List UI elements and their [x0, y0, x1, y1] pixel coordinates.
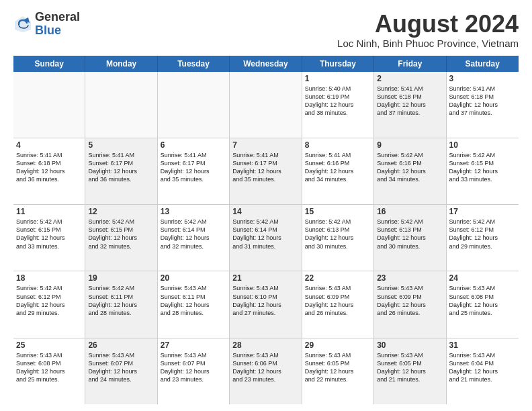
- day-cell-1-6: 10Sunrise: 5:42 AM Sunset: 6:15 PM Dayli…: [447, 138, 519, 204]
- logo-text: General Blue: [35, 11, 80, 38]
- day-info: Sunrise: 5:43 AM Sunset: 6:07 PM Dayligh…: [161, 351, 226, 384]
- svg-marker-0: [15, 16, 31, 32]
- day-cell-3-2: 20Sunrise: 5:43 AM Sunset: 6:11 PM Dayli…: [158, 271, 230, 337]
- day-cell-1-0: 4Sunrise: 5:41 AM Sunset: 6:18 PM Daylig…: [13, 138, 85, 204]
- day-number: 14: [232, 207, 298, 216]
- day-number: 18: [16, 273, 82, 283]
- day-info: Sunrise: 5:41 AM Sunset: 6:18 PM Dayligh…: [377, 85, 443, 118]
- location-text: Loc Ninh, Binh Phuoc Province, Vietnam: [337, 38, 519, 49]
- day-info: Sunrise: 5:43 AM Sunset: 6:07 PM Dayligh…: [88, 351, 154, 384]
- day-info: Sunrise: 5:42 AM Sunset: 6:15 PM Dayligh…: [16, 218, 82, 250]
- day-cell-1-4: 8Sunrise: 5:41 AM Sunset: 6:16 PM Daylig…: [302, 138, 374, 204]
- day-number: 1: [305, 74, 371, 83]
- day-number: 9: [377, 140, 443, 150]
- week-row-1: 1Sunrise: 5:40 AM Sunset: 6:19 PM Daylig…: [13, 72, 519, 138]
- day-info: Sunrise: 5:40 AM Sunset: 6:19 PM Dayligh…: [305, 85, 371, 118]
- header-saturday: Saturday: [447, 56, 519, 72]
- day-number: 17: [449, 207, 516, 216]
- day-cell-2-2: 13Sunrise: 5:42 AM Sunset: 6:14 PM Dayli…: [158, 205, 230, 271]
- day-number: 16: [377, 207, 443, 216]
- day-number: 11: [16, 207, 82, 216]
- day-info: Sunrise: 5:42 AM Sunset: 6:12 PM Dayligh…: [16, 284, 82, 317]
- day-info: Sunrise: 5:41 AM Sunset: 6:16 PM Dayligh…: [305, 151, 371, 184]
- day-cell-2-5: 16Sunrise: 5:42 AM Sunset: 6:13 PM Dayli…: [374, 205, 446, 271]
- month-year-title: August 2024: [337, 11, 519, 38]
- header-monday: Monday: [85, 56, 157, 72]
- day-info: Sunrise: 5:43 AM Sunset: 6:05 PM Dayligh…: [305, 351, 371, 384]
- day-info: Sunrise: 5:42 AM Sunset: 6:14 PM Dayligh…: [161, 218, 226, 250]
- week-row-4: 18Sunrise: 5:42 AM Sunset: 6:12 PM Dayli…: [13, 271, 519, 338]
- day-number: 31: [449, 340, 516, 350]
- day-number: 19: [88, 273, 154, 283]
- day-number: 28: [232, 340, 298, 350]
- title-block: August 2024 Loc Ninh, Binh Phuoc Provinc…: [337, 11, 519, 49]
- day-number: 27: [161, 340, 226, 350]
- day-cell-4-3: 28Sunrise: 5:43 AM Sunset: 6:06 PM Dayli…: [230, 338, 302, 404]
- day-number: 24: [449, 273, 516, 283]
- day-info: Sunrise: 5:42 AM Sunset: 6:12 PM Dayligh…: [449, 218, 516, 250]
- day-cell-4-0: 25Sunrise: 5:43 AM Sunset: 6:08 PM Dayli…: [13, 338, 85, 404]
- day-number: 10: [449, 140, 516, 150]
- day-cell-0-3: [230, 72, 302, 138]
- day-number: 2: [377, 74, 443, 83]
- day-cell-0-6: 3Sunrise: 5:41 AM Sunset: 6:18 PM Daylig…: [447, 72, 519, 138]
- header: General Blue August 2024 Loc Ninh, Binh …: [13, 11, 519, 49]
- day-number: 29: [305, 340, 371, 350]
- day-cell-4-5: 30Sunrise: 5:43 AM Sunset: 6:05 PM Dayli…: [374, 338, 446, 404]
- day-cell-4-6: 31Sunrise: 5:43 AM Sunset: 6:04 PM Dayli…: [447, 338, 519, 404]
- header-tuesday: Tuesday: [158, 56, 230, 72]
- day-number: 22: [305, 273, 371, 283]
- day-cell-3-3: 21Sunrise: 5:43 AM Sunset: 6:10 PM Dayli…: [230, 271, 302, 337]
- header-thursday: Thursday: [302, 56, 374, 72]
- day-cell-1-1: 5Sunrise: 5:41 AM Sunset: 6:17 PM Daylig…: [85, 138, 157, 204]
- day-info: Sunrise: 5:43 AM Sunset: 6:09 PM Dayligh…: [305, 284, 371, 317]
- day-cell-4-1: 26Sunrise: 5:43 AM Sunset: 6:07 PM Dayli…: [85, 338, 157, 404]
- header-sunday: Sunday: [13, 56, 85, 72]
- day-number: 23: [377, 273, 443, 283]
- day-number: 7: [232, 140, 298, 150]
- calendar-header: Sunday Monday Tuesday Wednesday Thursday…: [13, 56, 519, 72]
- day-cell-0-0: [13, 72, 85, 138]
- day-cell-1-2: 6Sunrise: 5:41 AM Sunset: 6:17 PM Daylig…: [158, 138, 230, 204]
- day-info: Sunrise: 5:42 AM Sunset: 6:13 PM Dayligh…: [305, 218, 371, 250]
- day-cell-0-1: [85, 72, 157, 138]
- day-cell-0-4: 1Sunrise: 5:40 AM Sunset: 6:19 PM Daylig…: [302, 72, 374, 138]
- day-cell-1-5: 9Sunrise: 5:42 AM Sunset: 6:16 PM Daylig…: [374, 138, 446, 204]
- day-number: 4: [16, 140, 82, 150]
- day-cell-3-1: 19Sunrise: 5:42 AM Sunset: 6:11 PM Dayli…: [85, 271, 157, 337]
- day-cell-2-1: 12Sunrise: 5:42 AM Sunset: 6:15 PM Dayli…: [85, 205, 157, 271]
- day-info: Sunrise: 5:42 AM Sunset: 6:14 PM Dayligh…: [232, 218, 298, 250]
- day-cell-3-6: 24Sunrise: 5:43 AM Sunset: 6:08 PM Dayli…: [447, 271, 519, 337]
- day-cell-4-2: 27Sunrise: 5:43 AM Sunset: 6:07 PM Dayli…: [158, 338, 230, 404]
- calendar: Sunday Monday Tuesday Wednesday Thursday…: [13, 56, 519, 404]
- day-number: 5: [88, 140, 154, 150]
- day-info: Sunrise: 5:43 AM Sunset: 6:11 PM Dayligh…: [161, 284, 226, 317]
- week-row-5: 25Sunrise: 5:43 AM Sunset: 6:08 PM Dayli…: [13, 338, 519, 404]
- day-info: Sunrise: 5:41 AM Sunset: 6:17 PM Dayligh…: [161, 151, 226, 184]
- day-info: Sunrise: 5:43 AM Sunset: 6:06 PM Dayligh…: [232, 351, 298, 384]
- day-info: Sunrise: 5:43 AM Sunset: 6:10 PM Dayligh…: [232, 284, 298, 317]
- day-info: Sunrise: 5:41 AM Sunset: 6:18 PM Dayligh…: [449, 85, 516, 118]
- day-info: Sunrise: 5:42 AM Sunset: 6:16 PM Dayligh…: [377, 151, 443, 184]
- day-cell-0-5: 2Sunrise: 5:41 AM Sunset: 6:18 PM Daylig…: [374, 72, 446, 138]
- day-cell-2-6: 17Sunrise: 5:42 AM Sunset: 6:12 PM Dayli…: [447, 205, 519, 271]
- day-info: Sunrise: 5:43 AM Sunset: 6:04 PM Dayligh…: [449, 351, 516, 384]
- day-cell-0-2: [158, 72, 230, 138]
- day-info: Sunrise: 5:43 AM Sunset: 6:08 PM Dayligh…: [449, 284, 516, 317]
- day-info: Sunrise: 5:41 AM Sunset: 6:17 PM Dayligh…: [88, 151, 154, 184]
- day-number: 15: [305, 207, 371, 216]
- day-number: 3: [449, 74, 516, 83]
- week-row-3: 11Sunrise: 5:42 AM Sunset: 6:15 PM Dayli…: [13, 205, 519, 271]
- logo-blue-text: Blue: [35, 24, 80, 38]
- day-number: 13: [161, 207, 226, 216]
- day-info: Sunrise: 5:43 AM Sunset: 6:08 PM Dayligh…: [16, 351, 82, 384]
- day-number: 12: [88, 207, 154, 216]
- day-cell-3-4: 22Sunrise: 5:43 AM Sunset: 6:09 PM Dayli…: [302, 271, 374, 337]
- day-cell-3-0: 18Sunrise: 5:42 AM Sunset: 6:12 PM Dayli…: [13, 271, 85, 337]
- day-number: 21: [232, 273, 298, 283]
- logo: General Blue: [13, 11, 80, 38]
- day-number: 20: [161, 273, 226, 283]
- day-number: 30: [377, 340, 443, 350]
- day-info: Sunrise: 5:43 AM Sunset: 6:09 PM Dayligh…: [377, 284, 443, 317]
- header-friday: Friday: [374, 56, 446, 72]
